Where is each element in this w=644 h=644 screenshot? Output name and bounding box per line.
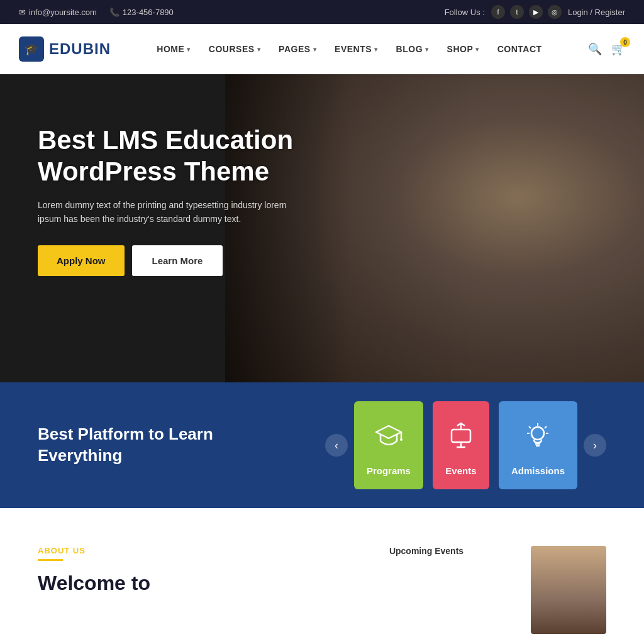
svg-point-5 xyxy=(531,427,544,440)
nav-courses[interactable]: COURSES ▾ xyxy=(201,38,268,60)
email-text: info@yoursite.com xyxy=(29,8,97,17)
chevron-down-icon: ▾ xyxy=(257,46,261,53)
chevron-down-icon: ▾ xyxy=(187,46,191,53)
events-label: Events xyxy=(445,465,476,476)
register-link[interactable]: Register xyxy=(595,8,625,17)
chevron-down-icon: ▾ xyxy=(425,46,429,53)
apply-now-button[interactable]: Apply Now xyxy=(38,245,125,276)
events-card[interactable]: Events xyxy=(433,401,489,489)
nav-menu: HOME ▾ COURSES ▾ PAGES ▾ EVENTS ▾ BLOG ▾… xyxy=(149,38,549,60)
about-right: Upcoming Events xyxy=(335,546,606,634)
learn-more-button[interactable]: Learn More xyxy=(132,245,223,276)
about-title: Welcome to xyxy=(38,571,309,595)
svg-line-11 xyxy=(545,426,547,428)
svg-line-10 xyxy=(529,426,531,428)
top-bar-right: Follow Us : f t ▶ ◎ Login / Register xyxy=(445,5,625,19)
email-icon: ✉ xyxy=(19,8,26,17)
about-left: About Us Welcome to xyxy=(38,546,309,634)
email-info: ✉ info@yoursite.com xyxy=(19,8,97,17)
phone-info: 📞 123-456-7890 xyxy=(109,8,174,17)
social-icons: f t ▶ ◎ xyxy=(491,5,562,19)
svg-rect-2 xyxy=(452,430,470,442)
contact-info: ✉ info@yoursite.com 📞 123-456-7890 xyxy=(19,8,174,17)
about-section: About Us Welcome to Upcoming Events xyxy=(0,508,644,644)
svg-point-1 xyxy=(400,438,402,441)
chevron-down-icon: ▾ xyxy=(475,46,479,53)
search-button[interactable]: 🔍 xyxy=(588,42,602,56)
admissions-label: Admissions xyxy=(511,465,565,476)
nav-contact-label: CONTACT xyxy=(497,44,542,54)
graduation-cap-icon xyxy=(373,421,404,458)
login-link[interactable]: Login xyxy=(568,8,588,17)
nav-shop-label: SHOP xyxy=(447,44,474,54)
nav-pages-label: PAGES xyxy=(279,44,310,54)
feature-heading: Best Platform to Learn Everything xyxy=(38,424,300,467)
cart-button[interactable]: 🛒 0 xyxy=(611,42,625,56)
shield-icon: 🎓 xyxy=(25,42,38,56)
follow-label: Follow Us : xyxy=(445,8,485,17)
phone-text: 123-456-7890 xyxy=(123,8,174,17)
facebook-icon[interactable]: f xyxy=(491,5,505,19)
instagram-icon[interactable]: ◎ xyxy=(548,5,562,19)
nav-home[interactable]: HOME ▾ xyxy=(149,38,198,60)
chevron-down-icon: ▾ xyxy=(374,46,378,53)
phone-icon: 📞 xyxy=(109,8,119,17)
admissions-card[interactable]: Admissions xyxy=(499,401,577,489)
feature-cards: Programs Events xyxy=(354,401,577,489)
logo-icon: 🎓 xyxy=(19,36,44,62)
nav-events-label: EVENTS xyxy=(335,44,372,54)
about-tag-line xyxy=(38,559,63,561)
lightbulb-icon xyxy=(522,421,553,458)
programs-label: Programs xyxy=(367,465,411,476)
about-tag: About Us xyxy=(38,546,309,555)
monitor-cap-icon xyxy=(445,421,477,458)
cart-badge: 0 xyxy=(620,37,630,47)
programs-card[interactable]: Programs xyxy=(354,401,423,489)
logo[interactable]: 🎓 EDUBIN xyxy=(19,36,111,62)
nav-contact[interactable]: CONTACT xyxy=(490,38,550,60)
slash: / xyxy=(588,8,595,17)
youtube-icon[interactable]: ▶ xyxy=(529,5,543,19)
carousel-next-button[interactable]: › xyxy=(584,434,606,457)
nav-pages[interactable]: PAGES ▾ xyxy=(271,38,324,60)
nav-blog[interactable]: BLOG ▾ xyxy=(389,38,436,60)
logo-text: EDUBIN xyxy=(49,40,111,58)
nav-blog-label: BLOG xyxy=(396,44,423,54)
nav-actions: 🔍 🛒 0 xyxy=(588,42,625,56)
hero-title: Best LMS Education WordPress Theme xyxy=(38,125,308,188)
top-bar: ✉ info@yoursite.com 📞 123-456-7890 Follo… xyxy=(0,0,644,24)
carousel-prev-button[interactable]: ‹ xyxy=(325,434,348,457)
hero-description: Lorem dummy text of the printing and typ… xyxy=(38,198,302,226)
about-photo xyxy=(531,546,606,634)
nav-events[interactable]: EVENTS ▾ xyxy=(327,38,386,60)
navbar: 🎓 EDUBIN HOME ▾ COURSES ▾ PAGES ▾ EVENTS… xyxy=(0,24,644,74)
auth-links: Login / Register xyxy=(568,8,625,17)
nav-shop[interactable]: SHOP ▾ xyxy=(440,38,487,60)
hero-section: Best LMS Education WordPress Theme Lorem… xyxy=(0,74,644,382)
nav-courses-label: COURSES xyxy=(209,44,255,54)
chevron-down-icon: ▾ xyxy=(313,46,317,53)
nav-home-label: HOME xyxy=(157,44,184,54)
hero-content: Best LMS Education WordPress Theme Lorem… xyxy=(0,74,346,326)
twitter-icon[interactable]: t xyxy=(510,5,524,19)
feature-cards-wrapper: ‹ Programs xyxy=(325,382,606,508)
feature-section: Best Platform to Learn Everything ‹ Prog… xyxy=(0,382,644,508)
hero-buttons: Apply Now Learn More xyxy=(38,245,308,276)
